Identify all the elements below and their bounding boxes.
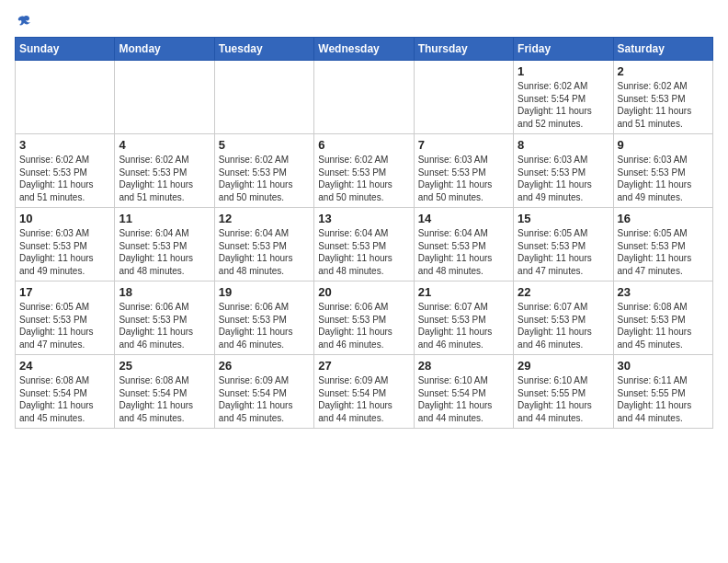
calendar-cell: 9Sunrise: 6:03 AM Sunset: 5:53 PM Daylig… xyxy=(613,134,712,208)
day-number: 18 xyxy=(119,285,210,299)
day-info: Sunrise: 6:08 AM Sunset: 5:54 PM Dayligh… xyxy=(119,374,210,424)
calendar-cell: 14Sunrise: 6:04 AM Sunset: 5:53 PM Dayli… xyxy=(414,208,513,282)
day-info: Sunrise: 6:03 AM Sunset: 5:53 PM Dayligh… xyxy=(19,227,110,277)
calendar-cell: 27Sunrise: 6:09 AM Sunset: 5:54 PM Dayli… xyxy=(314,355,414,429)
day-info: Sunrise: 6:04 AM Sunset: 5:53 PM Dayligh… xyxy=(318,227,409,277)
calendar-cell: 12Sunrise: 6:04 AM Sunset: 5:53 PM Dayli… xyxy=(214,208,313,282)
calendar-cell: 19Sunrise: 6:06 AM Sunset: 5:53 PM Dayli… xyxy=(214,282,313,355)
day-number: 11 xyxy=(119,212,210,225)
calendar-cell: 3Sunrise: 6:02 AM Sunset: 5:53 PM Daylig… xyxy=(16,134,115,208)
day-info: Sunrise: 6:07 AM Sunset: 5:53 PM Dayligh… xyxy=(418,301,509,350)
day-info: Sunrise: 6:05 AM Sunset: 5:53 PM Dayligh… xyxy=(518,227,609,277)
day-info: Sunrise: 6:05 AM Sunset: 5:53 PM Dayligh… xyxy=(19,301,110,350)
day-number: 9 xyxy=(618,138,709,152)
calendar-cell: 25Sunrise: 6:08 AM Sunset: 5:54 PM Dayli… xyxy=(115,355,214,429)
day-info: Sunrise: 6:07 AM Sunset: 5:53 PM Dayligh… xyxy=(518,301,609,350)
day-number: 15 xyxy=(518,212,609,225)
day-number: 21 xyxy=(418,285,509,299)
day-number: 6 xyxy=(318,138,409,152)
col-saturday: Saturday xyxy=(613,38,712,61)
calendar-cell: 4Sunrise: 6:02 AM Sunset: 5:53 PM Daylig… xyxy=(115,134,214,208)
day-info: Sunrise: 6:04 AM Sunset: 5:53 PM Dayligh… xyxy=(219,227,310,277)
day-number: 24 xyxy=(19,359,110,373)
day-number: 13 xyxy=(318,212,409,225)
calendar-cell: 15Sunrise: 6:05 AM Sunset: 5:53 PM Dayli… xyxy=(514,208,613,282)
day-info: Sunrise: 6:06 AM Sunset: 5:53 PM Dayligh… xyxy=(318,301,409,350)
calendar-week-3: 10Sunrise: 6:03 AM Sunset: 5:53 PM Dayli… xyxy=(16,208,713,282)
day-number: 29 xyxy=(518,359,609,373)
day-number: 1 xyxy=(518,64,609,78)
day-number: 26 xyxy=(219,359,310,373)
day-info: Sunrise: 6:02 AM Sunset: 5:53 PM Dayligh… xyxy=(318,154,409,203)
calendar-cell: 23Sunrise: 6:08 AM Sunset: 5:53 PM Dayli… xyxy=(613,282,712,355)
calendar-cell: 29Sunrise: 6:10 AM Sunset: 5:55 PM Dayli… xyxy=(514,355,613,429)
day-info: Sunrise: 6:06 AM Sunset: 5:53 PM Dayligh… xyxy=(219,301,310,350)
calendar-cell xyxy=(214,61,313,134)
day-info: Sunrise: 6:02 AM Sunset: 5:53 PM Dayligh… xyxy=(219,154,310,203)
header-row: Sunday Monday Tuesday Wednesday Thursday… xyxy=(16,38,713,61)
calendar-week-2: 3Sunrise: 6:02 AM Sunset: 5:53 PM Daylig… xyxy=(16,134,713,208)
day-number: 4 xyxy=(119,138,210,152)
calendar-week-5: 24Sunrise: 6:08 AM Sunset: 5:54 PM Dayli… xyxy=(16,355,713,429)
calendar-cell xyxy=(115,61,214,134)
calendar-cell: 21Sunrise: 6:07 AM Sunset: 5:53 PM Dayli… xyxy=(414,282,513,355)
col-thursday: Thursday xyxy=(414,38,513,61)
day-info: Sunrise: 6:05 AM Sunset: 5:53 PM Dayligh… xyxy=(618,227,709,277)
day-info: Sunrise: 6:08 AM Sunset: 5:54 PM Dayligh… xyxy=(19,374,110,424)
day-info: Sunrise: 6:02 AM Sunset: 5:53 PM Dayligh… xyxy=(119,154,210,203)
day-info: Sunrise: 6:04 AM Sunset: 5:53 PM Dayligh… xyxy=(119,227,210,277)
calendar-cell: 13Sunrise: 6:04 AM Sunset: 5:53 PM Dayli… xyxy=(314,208,414,282)
day-number: 14 xyxy=(418,212,509,225)
day-number: 7 xyxy=(418,138,509,152)
calendar-cell: 5Sunrise: 6:02 AM Sunset: 5:53 PM Daylig… xyxy=(214,134,313,208)
calendar-cell: 26Sunrise: 6:09 AM Sunset: 5:54 PM Dayli… xyxy=(214,355,313,429)
calendar-week-1: 1Sunrise: 6:02 AM Sunset: 5:54 PM Daylig… xyxy=(16,61,713,134)
calendar-cell xyxy=(414,61,513,134)
header xyxy=(15,15,713,29)
logo[interactable] xyxy=(15,18,31,29)
calendar-cell: 17Sunrise: 6:05 AM Sunset: 5:53 PM Dayli… xyxy=(16,282,115,355)
day-number: 19 xyxy=(219,285,310,299)
day-info: Sunrise: 6:09 AM Sunset: 5:54 PM Dayligh… xyxy=(219,374,310,424)
day-number: 3 xyxy=(19,138,110,152)
day-number: 27 xyxy=(318,359,409,373)
day-info: Sunrise: 6:06 AM Sunset: 5:53 PM Dayligh… xyxy=(119,301,210,350)
col-friday: Friday xyxy=(514,38,613,61)
calendar-header: Sunday Monday Tuesday Wednesday Thursday… xyxy=(16,38,713,61)
calendar-cell: 30Sunrise: 6:11 AM Sunset: 5:55 PM Dayli… xyxy=(613,355,712,429)
calendar-cell: 8Sunrise: 6:03 AM Sunset: 5:53 PM Daylig… xyxy=(514,134,613,208)
day-number: 2 xyxy=(618,64,709,78)
day-number: 16 xyxy=(618,212,709,225)
day-info: Sunrise: 6:02 AM Sunset: 5:53 PM Dayligh… xyxy=(19,154,110,203)
calendar-cell: 28Sunrise: 6:10 AM Sunset: 5:54 PM Dayli… xyxy=(414,355,513,429)
day-number: 10 xyxy=(19,212,110,225)
calendar-cell: 11Sunrise: 6:04 AM Sunset: 5:53 PM Dayli… xyxy=(115,208,214,282)
col-monday: Monday xyxy=(115,38,214,61)
day-info: Sunrise: 6:09 AM Sunset: 5:54 PM Dayligh… xyxy=(318,374,409,424)
calendar-cell: 20Sunrise: 6:06 AM Sunset: 5:53 PM Dayli… xyxy=(314,282,414,355)
calendar-cell: 2Sunrise: 6:02 AM Sunset: 5:53 PM Daylig… xyxy=(613,61,712,134)
calendar-cell: 18Sunrise: 6:06 AM Sunset: 5:53 PM Dayli… xyxy=(115,282,214,355)
calendar-cell: 10Sunrise: 6:03 AM Sunset: 5:53 PM Dayli… xyxy=(16,208,115,282)
day-info: Sunrise: 6:03 AM Sunset: 5:53 PM Dayligh… xyxy=(518,154,609,203)
day-number: 30 xyxy=(618,359,709,373)
day-info: Sunrise: 6:04 AM Sunset: 5:53 PM Dayligh… xyxy=(418,227,509,277)
col-wednesday: Wednesday xyxy=(314,38,414,61)
day-number: 22 xyxy=(518,285,609,299)
col-sunday: Sunday xyxy=(16,38,115,61)
day-info: Sunrise: 6:11 AM Sunset: 5:55 PM Dayligh… xyxy=(618,374,709,424)
day-info: Sunrise: 6:03 AM Sunset: 5:53 PM Dayligh… xyxy=(418,154,509,203)
day-number: 8 xyxy=(518,138,609,152)
calendar-body: 1Sunrise: 6:02 AM Sunset: 5:54 PM Daylig… xyxy=(16,61,713,429)
day-info: Sunrise: 6:10 AM Sunset: 5:55 PM Dayligh… xyxy=(518,374,609,424)
col-tuesday: Tuesday xyxy=(214,38,313,61)
calendar-table: Sunday Monday Tuesday Wednesday Thursday… xyxy=(15,37,713,429)
calendar-cell: 7Sunrise: 6:03 AM Sunset: 5:53 PM Daylig… xyxy=(414,134,513,208)
calendar-cell: 6Sunrise: 6:02 AM Sunset: 5:53 PM Daylig… xyxy=(314,134,414,208)
calendar-cell xyxy=(16,61,115,134)
day-number: 25 xyxy=(119,359,210,373)
calendar-cell: 16Sunrise: 6:05 AM Sunset: 5:53 PM Dayli… xyxy=(613,208,712,282)
day-number: 23 xyxy=(618,285,709,299)
day-info: Sunrise: 6:08 AM Sunset: 5:53 PM Dayligh… xyxy=(618,301,709,350)
day-info: Sunrise: 6:02 AM Sunset: 5:53 PM Dayligh… xyxy=(618,80,709,130)
